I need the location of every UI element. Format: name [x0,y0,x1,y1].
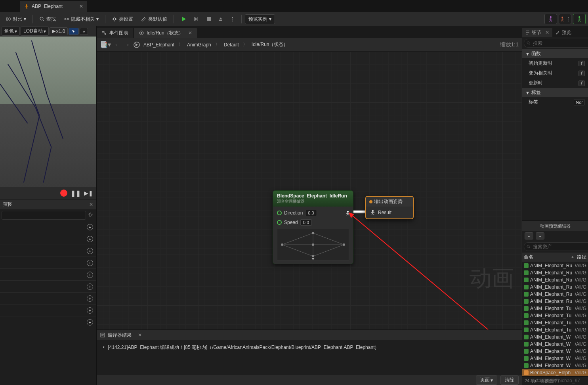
asset-row[interactable]: ANIM_Elephant_Tu/All/G [522,319,588,326]
add-icon[interactable]: + [87,295,93,302]
speed-button[interactable]: ▶ x1.0 [50,27,68,35]
output-pose-node[interactable]: 输出动画姿势 Result [365,196,414,219]
select-tool[interactable] [69,28,79,35]
eject-button[interactable] [215,15,226,23]
stop-button[interactable] [203,15,214,23]
col-path[interactable]: 路径 [577,254,586,260]
col-name[interactable]: 命名 [524,254,571,260]
pose-pin-icon[interactable] [370,210,376,215]
close-icon[interactable]: ✕ [79,4,83,9]
close-icon[interactable]: ✕ [545,30,549,35]
forward-button[interactable]: → [124,41,130,48]
add-icon[interactable]: + [87,248,93,254]
asset-row[interactable]: ANIM_Elephant_Ru/All/G [522,262,588,269]
svg-rect-18 [102,31,104,33]
node-graph[interactable]: BlendSpace_Elephant_IdleRun 混合空间播放器 Dire… [97,52,522,329]
anim-mode-button[interactable] [573,14,586,24]
category-tags[interactable]: ▼ 标签 [522,88,588,97]
breadcrumb-graph[interactable]: AnimGraph [187,42,211,48]
function-binding[interactable]: f [578,71,585,76]
asset-row[interactable]: ANIM_Elephant_Tu/All/G [522,326,588,333]
class-defaults-button[interactable]: 类默认值 [138,14,170,24]
clear-button[interactable]: 清除 [500,375,519,385]
category-functions[interactable]: ▼ 函数 [522,49,588,58]
asset-row[interactable]: ANIM_Elephant_Ru/All/G [522,276,588,283]
add-icon[interactable]: + [87,307,93,314]
viewport-3d[interactable] [0,36,96,187]
more-button[interactable]: ⋮ [227,15,238,23]
preview-nav: ← → [522,231,588,241]
asset-row[interactable]: ANIM_Elephant_Ru/All/G [522,298,588,305]
pin-label-speed: Speed [284,220,298,225]
input-pin[interactable] [277,220,282,225]
svg-point-26 [312,232,314,234]
page-dropdown[interactable]: 页面▾ [476,375,497,385]
hide-unrelated-button[interactable]: 隐藏不相关▾ [61,14,102,24]
anim-icon [524,292,529,297]
asset-row[interactable]: ANIM_Elephant_W/All/G [522,333,588,341]
add-icon[interactable]: + [87,272,93,278]
mesh-mode-button[interactable]: ⋮ [559,14,571,24]
tab-event-graph[interactable]: 事件图表 [97,28,133,38]
file-tab[interactable]: ABP_Elephant ✕ [20,1,87,12]
output-pin[interactable] [345,211,351,216]
asset-row[interactable]: ANIM_Elephant_Ru/All/G [522,283,588,291]
back-button[interactable]: ← [114,41,120,48]
skeleton-mode-button[interactable] [544,14,557,24]
step-forward-button[interactable]: ▶❚ [84,190,93,196]
function-binding[interactable]: f [578,80,585,86]
forward-button[interactable]: → [536,232,544,239]
asset-row[interactable]: ANIM_Elephant_W/All/G [522,348,588,355]
preview-instance-dropdown[interactable]: 预览实例▾ [245,14,275,24]
pin-value-speed[interactable]: 0.0 [300,219,312,226]
close-icon[interactable]: ✕ [188,30,192,36]
find-button[interactable]: 查找 [36,14,59,24]
class-settings-button[interactable]: 类设置 [109,14,136,24]
input-pin[interactable] [277,211,282,215]
back-button[interactable]: ← [525,232,533,239]
step-button[interactable] [191,15,202,23]
asset-row[interactable]: ANIM_Elephant_W/All/G [522,355,588,362]
pause-button[interactable]: ❚❚ [71,190,81,197]
add-icon[interactable]: + [87,319,93,326]
asset-row[interactable]: ANIM_Elephant_Tu/All/G [522,305,588,312]
blendspace-node[interactable]: BlendSpace_Elephant_IdleRun 混合空间播放器 Dire… [273,190,353,264]
anim-icon [524,349,529,354]
svg-point-25 [281,243,283,246]
asset-row[interactable]: ANIM_Elephant_Tu/All/G [522,312,588,319]
pin-value-direction[interactable]: 0.0 [305,210,317,216]
lod-dropdown[interactable]: LOD自动▾ [21,27,49,36]
tab-state[interactable]: Idle/Run（状态） ✕ [134,28,197,38]
breadcrumb-root[interactable]: ABP_Elephant [143,42,174,48]
edit-icon [556,30,560,35]
tab-details[interactable]: 细节 ✕ [522,28,552,37]
asset-row[interactable]: ANIM_Elephant_W/All/G [522,362,588,369]
breadcrumb-state[interactable]: Idle/Run（状态） [252,41,288,48]
asset-row[interactable]: ANIM_Elephant_W/All/G [522,341,588,348]
close-icon[interactable]: ✕ [138,332,142,338]
gear-icon[interactable] [88,212,95,219]
asset-row-selected[interactable]: BlendSpace_Eleph /All/G [522,369,588,376]
play-button[interactable] [177,14,190,24]
add-icon[interactable]: + [87,224,93,230]
svg-point-7 [561,17,563,18]
history-dropdown[interactable]: 📑▾ [100,41,111,48]
breadcrumb-default[interactable]: Default [224,42,239,48]
add-icon[interactable]: + [87,283,93,290]
close-icon[interactable]: ✕ [89,202,93,207]
viewport-more[interactable]: » [80,28,88,35]
asset-row[interactable]: ANIM_Elephant_Ru/All/G [522,291,588,298]
character-dropdown[interactable]: 角色▾ [2,27,20,36]
tag-input[interactable]: Nor [574,99,585,105]
search-input[interactable] [524,39,588,48]
record-button[interactable] [60,190,67,197]
add-icon[interactable]: + [87,260,93,266]
search-input[interactable] [2,211,86,220]
asset-row[interactable]: ANIM_Elephant_Ru/All/G [522,269,588,276]
compare-button[interactable]: 对比▾ [2,14,29,24]
asset-search-input[interactable] [524,242,588,251]
add-icon[interactable]: + [87,236,93,242]
tab-preview[interactable]: 预览 [552,28,575,37]
compiler-footer: 页面▾ 清除 [97,375,522,385]
function-binding[interactable]: f [578,61,585,66]
